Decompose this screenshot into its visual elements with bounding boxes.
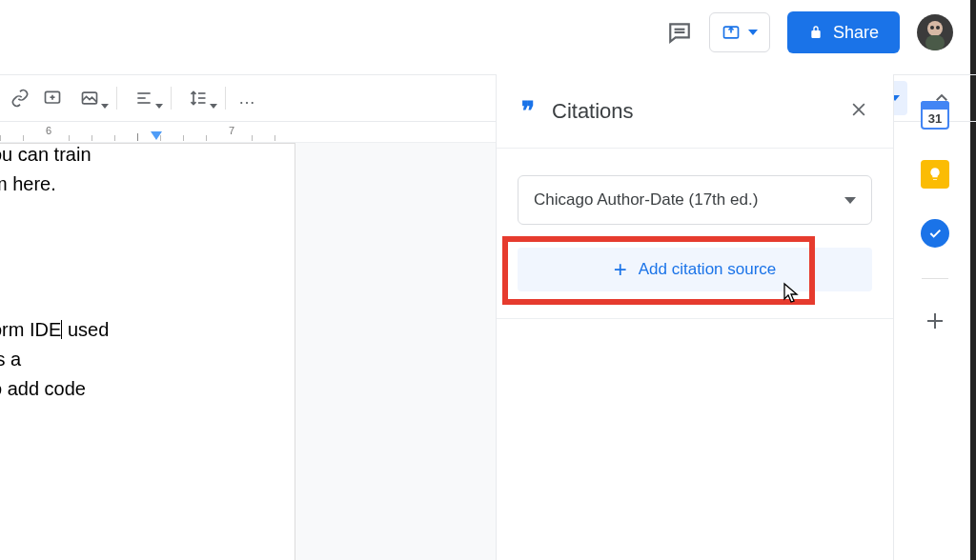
share-button[interactable]: Share — [787, 11, 900, 53]
open-comments-button[interactable] — [667, 20, 692, 45]
avatar-image — [917, 14, 953, 50]
lock-icon — [808, 25, 824, 40]
line-spacing-button[interactable] — [177, 82, 219, 114]
document-area: 6 7 ou can train m here. orm IDE used is… — [0, 122, 496, 560]
paragraph: orm IDE used is a o add code — [0, 315, 256, 404]
close-panel-button[interactable] — [849, 100, 868, 123]
svg-point-6 — [930, 26, 934, 30]
chevron-down-icon — [844, 197, 856, 204]
comment-icon — [667, 20, 692, 45]
citation-style-select[interactable]: Chicago Author-Date (17th ed.) — [518, 175, 872, 225]
insert-image-button[interactable] — [69, 82, 111, 114]
citations-header: ❞ Citations — [497, 74, 893, 149]
svg-rect-5 — [925, 35, 945, 50]
chevron-down-icon — [155, 104, 163, 109]
toolbar-separator — [171, 87, 172, 110]
calendar-addon-button[interactable]: 31 — [921, 101, 949, 130]
rail-separator — [922, 278, 948, 279]
toolbar-separator — [225, 87, 226, 110]
calendar-day-label: 31 — [928, 111, 942, 126]
ruler-tick: 6 — [46, 125, 51, 136]
side-rail: 31 — [894, 74, 976, 560]
insert-link-button[interactable] — [4, 82, 36, 114]
paragraph: ou can train m here. — [0, 140, 256, 199]
document-page[interactable]: ou can train m here. orm IDE used is a o… — [0, 143, 295, 560]
citations-panel: ❞ Citations Chicago Author-Date (17th ed… — [496, 74, 894, 560]
keep-addon-button[interactable] — [921, 160, 949, 189]
present-button[interactable] — [709, 12, 770, 52]
account-avatar[interactable] — [917, 14, 953, 50]
svg-point-4 — [927, 21, 943, 36]
app-header: Share — [0, 0, 970, 65]
chevron-down-icon — [748, 30, 758, 35]
toolbar-separator — [116, 87, 117, 110]
add-citation-source-label: Add citation source — [639, 260, 777, 279]
add-comment-button[interactable] — [36, 82, 69, 114]
plus-icon: + — [614, 256, 627, 283]
get-addons-button[interactable] — [924, 310, 946, 332]
check-icon — [927, 226, 943, 241]
ruler-tick: 7 — [229, 125, 234, 136]
citations-body: Chicago Author-Date (17th ed.) + Add cit… — [497, 149, 893, 319]
chevron-down-icon — [210, 104, 217, 109]
chevron-down-icon — [101, 104, 109, 109]
svg-point-7 — [936, 26, 940, 30]
align-button[interactable] — [123, 82, 165, 114]
share-label: Share — [833, 23, 879, 43]
more-tools-button[interactable]: … — [232, 82, 264, 114]
lightbulb-icon — [927, 167, 943, 182]
citations-title: Citations — [552, 99, 832, 124]
more-icon: … — [238, 89, 257, 109]
citation-style-value: Chicago Author-Date (17th ed.) — [534, 190, 758, 210]
add-citation-source-button[interactable]: + Add citation source — [518, 248, 872, 291]
tasks-addon-button[interactable] — [921, 219, 949, 248]
present-icon — [722, 23, 741, 42]
quote-icon: ❞ — [521, 104, 535, 119]
indent-marker[interactable] — [151, 131, 162, 140]
